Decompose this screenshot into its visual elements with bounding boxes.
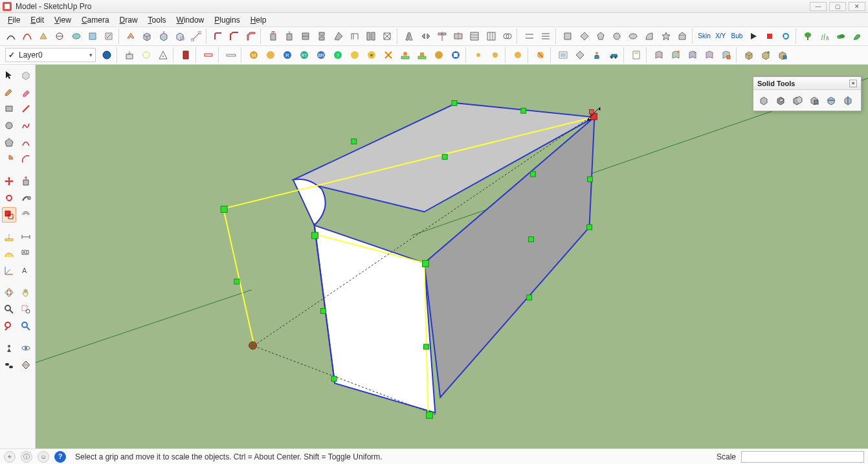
tool-crate-3[interactable] <box>775 47 790 63</box>
tool-cube1[interactable] <box>140 28 155 44</box>
tool-zoom-prev[interactable] <box>2 318 16 334</box>
tool-align[interactable] <box>434 28 449 44</box>
solid-tools-header[interactable]: Solid Tools × <box>753 77 861 90</box>
tool-soften[interactable] <box>69 28 83 44</box>
minimize-button[interactable]: — <box>810 2 827 11</box>
tool-book-1[interactable] <box>651 47 667 63</box>
tool-lines-2[interactable] <box>539 28 553 44</box>
tool-mirror[interactable] <box>402 28 417 44</box>
tool-bub[interactable]: Bub <box>729 28 744 44</box>
tool-refresh[interactable] <box>779 28 794 44</box>
tool-xy[interactable]: X/Y <box>713 28 728 44</box>
tool-axes[interactable] <box>2 263 16 278</box>
tool-flip[interactable] <box>418 28 433 44</box>
tool-orb-x[interactable] <box>381 47 396 63</box>
tool-orient[interactable] <box>85 28 100 44</box>
tool-layer-manager[interactable] <box>99 47 115 63</box>
solid-tools-panel[interactable]: Solid Tools × <box>753 76 862 111</box>
tool-shell[interactable] <box>124 28 139 44</box>
layer-selector[interactable]: ✓ Layer0 ▾ <box>5 48 96 62</box>
tool-eraser[interactable] <box>19 84 33 100</box>
tool-dimension[interactable] <box>19 229 33 245</box>
tool-pan[interactable] <box>19 285 33 300</box>
tool-doc-1[interactable] <box>629 47 644 63</box>
tool-shp-5[interactable] <box>626 28 641 44</box>
tool-import-3[interactable] <box>155 47 171 63</box>
tool-shp-1[interactable] <box>561 28 575 44</box>
tool-car[interactable] <box>606 47 621 63</box>
tool-round-corner[interactable] <box>211 28 226 44</box>
solid-trim[interactable] <box>823 93 839 108</box>
tool-jpp-7[interactable] <box>364 28 379 44</box>
tool-orb-p2[interactable] <box>414 47 430 63</box>
tool-section[interactable] <box>19 357 33 373</box>
tool-orb-m[interactable]: M <box>246 47 262 63</box>
menu-draw[interactable]: Draw <box>115 14 143 26</box>
status-help-icon[interactable]: ? <box>54 451 66 463</box>
tool-make-face[interactable] <box>36 28 50 44</box>
tool-orb-r[interactable]: R <box>280 47 295 63</box>
tool-red-ruler[interactable] <box>201 47 216 63</box>
tool-rect[interactable] <box>2 101 16 116</box>
tool-zoom-extents[interactable] <box>19 318 33 334</box>
tool-grass[interactable] <box>817 28 832 44</box>
tool-bezier[interactable] <box>19 28 34 44</box>
tool-jpp-3[interactable] <box>298 28 313 44</box>
solid-union[interactable] <box>790 93 805 108</box>
tool-stop[interactable] <box>762 28 777 44</box>
tool-zoom-window[interactable] <box>19 302 33 317</box>
tool-cube-axes[interactable] <box>156 28 171 44</box>
tool-jpp-1[interactable] <box>265 28 280 44</box>
tool-tree[interactable] <box>801 28 816 44</box>
tool-crate-1[interactable] <box>741 47 757 63</box>
tool-walk[interactable] <box>2 357 16 373</box>
tool-scale[interactable] <box>2 207 16 223</box>
tool-intersect[interactable] <box>500 28 515 44</box>
tool-orb-dn[interactable] <box>364 47 379 63</box>
tool-select[interactable] <box>2 67 16 83</box>
tool-shp-6[interactable] <box>642 28 657 44</box>
menu-view[interactable]: View <box>49 14 76 26</box>
tool-orbit[interactable] <box>2 285 16 300</box>
tool-curtain[interactable] <box>178 47 194 63</box>
tool-arc2pt[interactable] <box>3 28 18 44</box>
tool-zoom[interactable] <box>2 302 16 317</box>
tool-sphere-s[interactable] <box>471 47 486 63</box>
tool-jpp-8[interactable] <box>380 28 395 44</box>
tool-grid[interactable] <box>484 28 498 44</box>
tool-freehand[interactable] <box>19 118 33 133</box>
tool-hatch[interactable] <box>467 28 482 44</box>
menu-window[interactable]: Window <box>172 14 210 26</box>
tool-tape[interactable] <box>2 229 16 245</box>
tool-jpp-6[interactable] <box>347 28 362 44</box>
tool-move[interactable] <box>2 173 16 189</box>
tool-ruler[interactable] <box>223 47 239 63</box>
tool-sphere-l[interactable] <box>510 47 526 63</box>
tool-book-3[interactable] <box>685 47 700 63</box>
tool-sphere-x[interactable] <box>533 47 548 63</box>
solid-subtract[interactable] <box>807 93 822 108</box>
tool-arc2[interactable] <box>19 151 33 167</box>
tool-orb-p1[interactable] <box>397 47 413 63</box>
tool-orb-br[interactable]: BR <box>313 47 329 63</box>
tool-polygon[interactable] <box>2 135 16 150</box>
maximize-button[interactable]: ▢ <box>829 2 846 11</box>
menu-edit[interactable]: Edit <box>25 14 49 26</box>
tool-jpp-4[interactable] <box>315 28 329 44</box>
solid-intersect[interactable] <box>773 93 788 108</box>
tool-photo-2[interactable] <box>572 47 588 63</box>
tool-book-2[interactable] <box>668 47 684 63</box>
menu-file[interactable]: File <box>3 14 25 26</box>
tool-orb-rt[interactable]: RT <box>296 47 312 63</box>
tool-position-camera[interactable] <box>2 340 16 356</box>
tool-jpp-2[interactable] <box>282 28 296 44</box>
tool-shp-3[interactable] <box>593 28 608 44</box>
tool-text[interactable]: A1 <box>19 246 33 261</box>
tool-import-2[interactable] <box>139 47 154 63</box>
menu-tools[interactable]: Tools <box>143 14 172 26</box>
tool-book-4[interactable] <box>702 47 717 63</box>
tool-rotate[interactable] <box>2 190 16 206</box>
tool-protractor[interactable] <box>2 246 16 261</box>
tool-crate-2[interactable] <box>758 47 773 63</box>
menu-plugins[interactable]: Plugins <box>209 14 245 26</box>
